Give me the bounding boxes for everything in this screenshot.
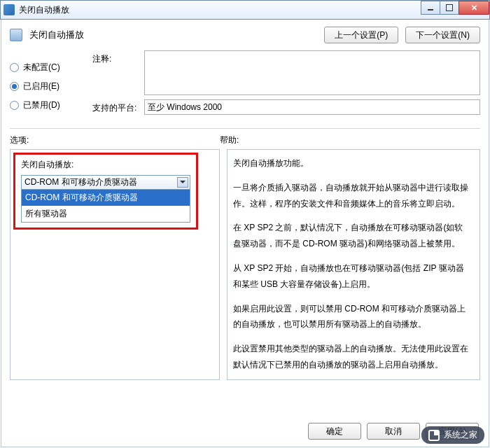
dropdown-item-cdrom[interactable]: CD-ROM 和可移动介质驱动器 bbox=[22, 190, 190, 206]
maximize-button[interactable] bbox=[440, 1, 459, 15]
radio-label: 已禁用(D) bbox=[23, 99, 60, 111]
supported-field-row: 支持的平台: bbox=[92, 99, 480, 115]
cancel-button[interactable]: 取消 bbox=[367, 423, 420, 440]
chevron-down-icon bbox=[177, 177, 188, 188]
previous-setting-button[interactable]: 上一个设置(P) bbox=[324, 27, 398, 43]
divider bbox=[10, 128, 480, 129]
client-area: 关闭自动播放 上一个设置(P) 下一个设置(N) 未配置(C) 已启用(E) 已… bbox=[1, 20, 489, 447]
help-header: 帮助: bbox=[220, 134, 239, 146]
section-headers: 选项: 帮助: bbox=[1, 132, 489, 149]
help-paragraph: 此设置禁用其他类型的驱动器上的自动播放。无法使用此设置在默认情况下已禁用的自动播… bbox=[233, 341, 471, 373]
supported-input[interactable] bbox=[144, 99, 480, 115]
help-text: 关闭自动播放功能。一旦将介质插入驱动器，自动播放就开始从驱动器中进行读取操作。这… bbox=[232, 154, 475, 375]
radio-label: 未配置(C) bbox=[23, 62, 60, 74]
help-paragraph: 如果启用此设置，则可以禁用 CD-ROM 和可移动介质驱动器上的自动播放，也可以… bbox=[233, 301, 471, 333]
radio-label: 已启用(E) bbox=[23, 80, 59, 92]
policy-icon bbox=[10, 29, 22, 41]
lower-panels: 关闭自动播放: CD-ROM 和可移动介质驱动器 CD-ROM 和可移动介质驱动… bbox=[1, 149, 489, 380]
autoplay-scope-combobox[interactable]: CD-ROM 和可移动介质驱动器 bbox=[21, 175, 190, 190]
comment-label: 注释: bbox=[92, 50, 137, 65]
radio-enabled[interactable]: 已启用(E) bbox=[10, 80, 80, 92]
comment-field-row: 注释: bbox=[92, 50, 480, 95]
radio-not-configured[interactable]: 未配置(C) bbox=[10, 62, 80, 74]
fields-column: 注释: 支持的平台: bbox=[92, 50, 480, 118]
help-paragraph: 在 XP SP2 之前，默认情况下，自动播放在可移动驱动器(如软盘驱动器，而不是… bbox=[233, 220, 471, 252]
comment-textarea[interactable] bbox=[144, 50, 480, 95]
dialog-buttons: 确定 取消 应用(A) bbox=[308, 423, 479, 440]
window-controls bbox=[421, 1, 489, 15]
highlight-box: 关闭自动播放: CD-ROM 和可移动介质驱动器 CD-ROM 和可移动介质驱动… bbox=[13, 153, 198, 230]
options-header: 选项: bbox=[10, 134, 220, 146]
radio-column: 未配置(C) 已启用(E) 已禁用(D) bbox=[10, 50, 80, 118]
titlebar: 关闭自动播放 bbox=[0, 0, 490, 20]
autoplay-option-label: 关闭自动播放: bbox=[21, 159, 190, 171]
app-icon bbox=[4, 4, 15, 15]
help-paragraph: 关闭自动播放功能。 bbox=[233, 155, 471, 172]
help-paragraph: 从 XP SP2 开始，自动播放也在可移动驱动器(包括 ZIP 驱动器和某些 U… bbox=[233, 260, 471, 293]
supported-label: 支持的平台: bbox=[92, 99, 137, 114]
next-setting-button[interactable]: 下一个设置(N) bbox=[405, 27, 480, 43]
radio-disabled[interactable]: 已禁用(D) bbox=[10, 99, 80, 111]
apply-button[interactable]: 应用(A) bbox=[426, 423, 479, 440]
radio-icon bbox=[10, 82, 19, 91]
window-title: 关闭自动播放 bbox=[19, 4, 69, 16]
help-paragraph: 一旦将介质插入驱动器，自动播放就开始从驱动器中进行读取操作。这样，程序的安装文件… bbox=[233, 180, 471, 212]
header-row: 关闭自动播放 上一个设置(P) 下一个设置(N) bbox=[1, 20, 489, 48]
autoplay-scope-dropdown: CD-ROM 和可移动介质驱动器 所有驱动器 bbox=[21, 190, 190, 223]
page-title: 关闭自动播放 bbox=[29, 29, 317, 41]
ok-button[interactable]: 确定 bbox=[308, 423, 361, 440]
radio-icon bbox=[10, 101, 19, 110]
radio-icon bbox=[10, 63, 19, 72]
dropdown-item-all-drives[interactable]: 所有驱动器 bbox=[22, 206, 190, 222]
minimize-button[interactable] bbox=[421, 1, 440, 15]
close-button[interactable] bbox=[458, 1, 489, 15]
options-panel: 关闭自动播放: CD-ROM 和可移动介质驱动器 CD-ROM 和可移动介质驱动… bbox=[10, 149, 220, 380]
help-panel: 关闭自动播放功能。一旦将介质插入驱动器，自动播放就开始从驱动器中进行读取操作。这… bbox=[227, 149, 480, 380]
combobox-value: CD-ROM 和可移动介质驱动器 bbox=[24, 176, 137, 188]
config-area: 未配置(C) 已启用(E) 已禁用(D) 注释: 支持的平台: bbox=[1, 48, 489, 118]
